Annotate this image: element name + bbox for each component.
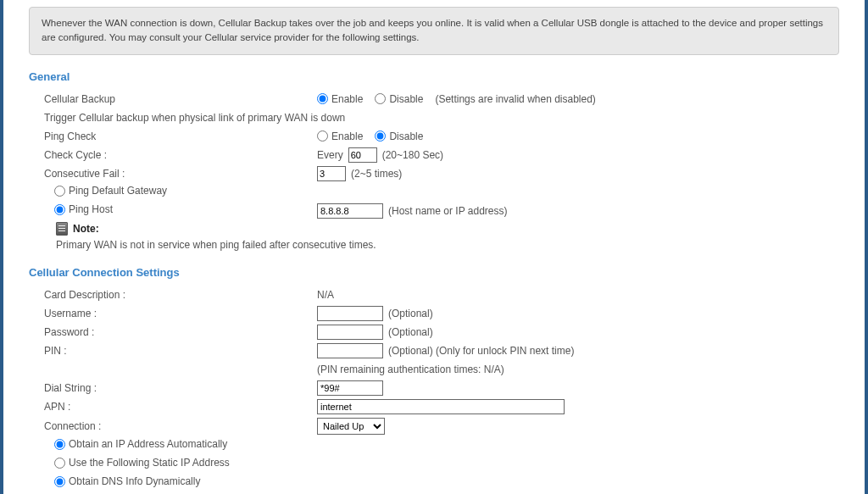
disabled-hint: (Settings are invalid when disabled) <box>435 93 595 105</box>
pin-remaining: (PIN remaining authentication times: N/A… <box>317 364 504 375</box>
info-box: Whenever the WAN connection is down, Cel… <box>29 7 839 55</box>
obtain-ip-auto-radio[interactable] <box>54 439 65 450</box>
connection-select[interactable]: Nailed Up <box>317 418 385 435</box>
ping-default-gateway-label: Ping Default Gateway <box>69 185 167 197</box>
section-general-title: General <box>29 70 839 83</box>
consecutive-fail-label: Consecutive Fail : <box>29 168 317 180</box>
cellular-backup-label: Cellular Backup <box>29 93 317 105</box>
consecutive-fail-input[interactable] <box>317 166 346 181</box>
check-cycle-label: Check Cycle : <box>29 149 317 161</box>
ping-host-input[interactable] <box>317 203 383 219</box>
check-cycle-hint: (20~180 Sec) <box>382 149 443 161</box>
note-label-general: Note: <box>73 223 99 235</box>
static-ip-radio[interactable] <box>54 458 65 469</box>
info-text: Whenever the WAN connection is down, Cel… <box>42 18 823 42</box>
card-desc-label: Card Description : <box>29 289 317 301</box>
section-cellular-title: Cellular Connection Settings <box>29 266 839 279</box>
ping-enable-label: Enable <box>331 130 363 142</box>
disable-label: Disable <box>389 93 423 105</box>
ping-check-disable-radio[interactable] <box>375 130 386 142</box>
apn-input[interactable] <box>317 399 565 414</box>
pin-input[interactable] <box>317 343 383 358</box>
ping-host-radio[interactable] <box>54 204 65 215</box>
pin-label: PIN : <box>29 345 317 357</box>
check-cycle-prefix: Every <box>317 149 343 161</box>
connection-label: Connection : <box>29 420 317 432</box>
obtain-ip-auto-label: Obtain an IP Address Automatically <box>69 438 227 450</box>
pin-hint: (Optional) (Only for unlock PIN next tim… <box>388 345 574 357</box>
card-desc-value: N/A <box>317 289 334 301</box>
note-text-general: Primary WAN is not in service when ping … <box>29 236 839 258</box>
ping-default-gateway-radio[interactable] <box>54 186 65 197</box>
dial-label: Dial String : <box>29 382 317 394</box>
password-hint: (Optional) <box>388 326 433 338</box>
ping-host-hint: (Host name or IP address) <box>388 205 508 217</box>
password-input[interactable] <box>317 325 383 340</box>
ping-check-enable-radio[interactable] <box>317 130 328 142</box>
apn-label: APN : <box>29 401 317 413</box>
ping-check-label: Ping Check <box>29 130 317 142</box>
trigger-text: Trigger Cellular backup when physical li… <box>29 108 839 127</box>
obtain-dns-auto-label: Obtain DNS Info Dynamically <box>69 475 200 487</box>
username-label: Username : <box>29 308 317 319</box>
ping-host-label: Ping Host <box>69 203 113 215</box>
ping-disable-label: Disable <box>389 130 423 142</box>
note-icon <box>56 222 68 236</box>
username-hint: (Optional) <box>388 308 433 319</box>
username-input[interactable] <box>317 306 383 321</box>
dial-input[interactable] <box>317 380 383 396</box>
check-cycle-input[interactable] <box>348 147 377 163</box>
password-label: Password : <box>29 326 317 338</box>
obtain-dns-auto-radio[interactable] <box>54 476 65 487</box>
cellular-backup-disable-radio[interactable] <box>375 93 386 104</box>
enable-label: Enable <box>331 93 363 105</box>
cellular-backup-enable-radio[interactable] <box>317 93 328 104</box>
static-ip-label: Use the Following Static IP Address <box>69 457 230 469</box>
consecutive-fail-hint: (2~5 times) <box>351 168 402 180</box>
